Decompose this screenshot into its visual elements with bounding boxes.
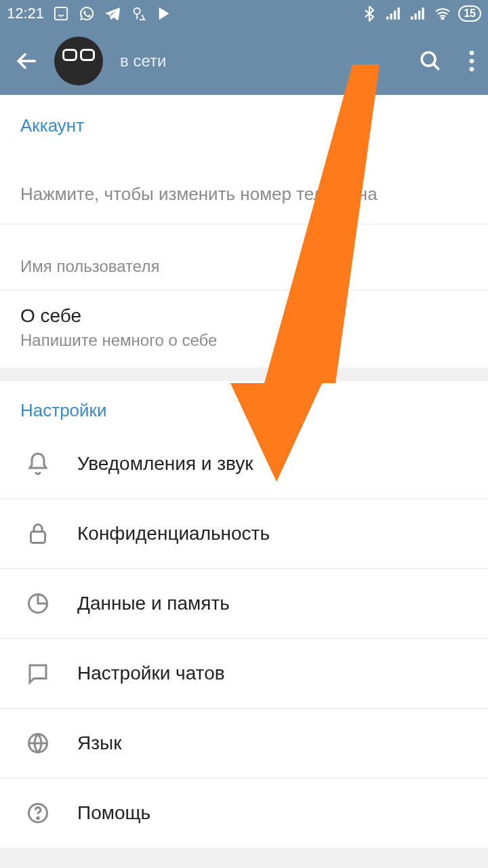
search-button[interactable] [419,50,442,73]
svg-rect-5 [398,7,400,20]
about-title: О себе [20,305,468,327]
svg-point-1 [134,8,140,14]
svg-point-14 [470,67,474,72]
smile-icon [52,5,70,22]
signal-icon [385,5,403,22]
user-status: в сети [120,52,166,71]
about-row[interactable]: О себе Напишите немного о себе [0,290,488,368]
setting-label: Помощь [77,802,150,824]
setting-label: Конфиденциальность [77,523,270,545]
svg-point-11 [422,52,435,66]
chat-icon [20,659,56,688]
svg-rect-4 [394,11,396,20]
pie-icon [20,589,56,618]
status-time: 12:21 [7,5,44,22]
svg-rect-0 [55,7,67,20]
bluetooth-icon [361,5,378,22]
setting-data[interactable]: Данные и память [0,569,488,639]
username-hint: Имя пользователя [20,257,159,275]
svg-rect-7 [415,14,417,20]
svg-rect-9 [422,7,424,20]
whatsapp-icon [78,5,96,22]
signal-icon-2 [409,5,427,22]
maps-icon [129,5,147,22]
phone-hint: Нажмите, чтобы изменить номер телефона [20,184,378,204]
svg-point-19 [37,817,39,818]
battery-indicator: 15 [458,5,481,22]
svg-rect-2 [386,16,388,19]
setting-label: Данные и память [77,593,230,614]
help-icon [20,799,56,827]
setting-help[interactable]: Помощь [0,778,488,848]
bell-icon [20,450,56,478]
lock-icon [20,519,56,548]
telegram-icon [104,5,121,22]
svg-rect-3 [390,14,392,20]
settings-section: Настройки Уведомления и звук Конфиденциа… [0,381,488,848]
setting-label: Язык [77,732,121,754]
wifi-icon [434,5,451,22]
setting-language[interactable]: Язык [0,709,488,778]
setting-notifications[interactable]: Уведомления и звук [0,429,488,499]
setting-privacy[interactable]: Конфиденциальность [0,499,488,569]
setting-chats[interactable]: Настройки чатов [0,639,488,709]
play-icon [155,5,173,22]
svg-rect-15 [31,532,45,543]
section-divider [0,368,488,381]
svg-point-10 [442,18,444,20]
svg-point-12 [470,51,474,56]
back-button[interactable] [14,47,41,75]
account-section: Аккаунт Нажмите, чтобы изменить номер те… [0,95,488,368]
about-hint: Напишите немного о себе [20,331,468,350]
setting-label: Настройки чатов [77,663,225,684]
username-row[interactable]: Имя пользователя [0,224,488,290]
version-text: Telegram для Android v5.11.0 (1705) arm6… [0,848,488,868]
more-button[interactable] [469,50,474,73]
settings-title: Настройки [0,381,488,429]
status-bar: 12:21 15 [0,0,488,27]
avatar[interactable] [54,37,103,85]
app-header: в сети [0,27,488,95]
setting-label: Уведомления и звук [77,453,253,475]
svg-rect-6 [411,16,413,19]
svg-point-13 [470,59,474,64]
globe-icon [20,729,56,757]
account-title: Аккаунт [0,95,488,136]
svg-rect-8 [418,11,420,20]
phone-row[interactable]: Нажмите, чтобы изменить номер телефона [0,136,488,224]
